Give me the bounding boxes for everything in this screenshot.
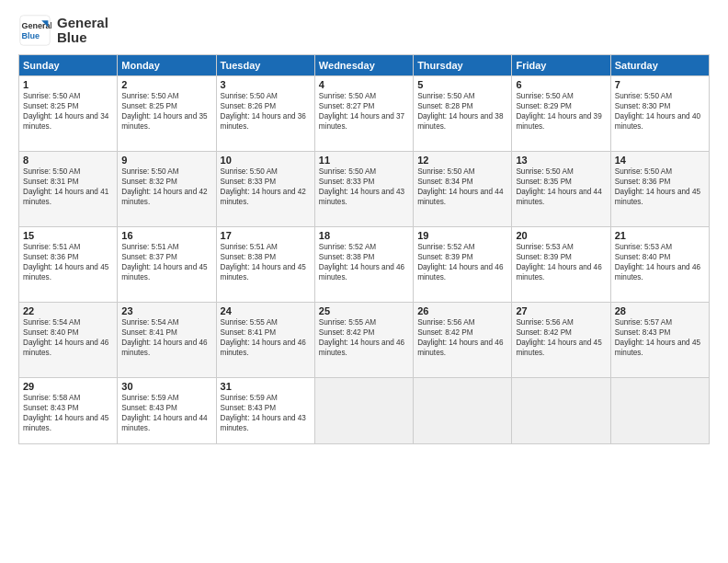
day-number: 22 (23, 305, 113, 316)
day-cell: 19Sunrise: 5:52 AMSunset: 8:39 PMDayligh… (414, 227, 512, 303)
day-number: 27 (516, 305, 606, 316)
day-cell: 25Sunrise: 5:55 AMSunset: 8:42 PMDayligh… (314, 303, 413, 378)
day-info: Sunrise: 5:59 AMSunset: 8:43 PMDaylight:… (221, 393, 311, 433)
col-header-tuesday: Tuesday (216, 55, 314, 76)
day-info: Sunrise: 5:52 AMSunset: 8:38 PMDaylight:… (319, 242, 409, 282)
day-info: Sunrise: 5:51 AMSunset: 8:36 PMDaylight:… (23, 242, 113, 282)
day-cell: 3Sunrise: 5:50 AMSunset: 8:26 PMDaylight… (216, 76, 314, 152)
day-cell: 24Sunrise: 5:55 AMSunset: 8:41 PMDayligh… (216, 303, 314, 378)
logo-name: GeneralBlue (57, 16, 108, 46)
day-info: Sunrise: 5:50 AMSunset: 8:33 PMDaylight:… (221, 167, 311, 207)
day-number: 13 (516, 155, 606, 166)
day-cell: 26Sunrise: 5:56 AMSunset: 8:42 PMDayligh… (414, 303, 512, 378)
day-number: 19 (417, 230, 507, 241)
day-number: 23 (121, 305, 211, 316)
day-cell: 17Sunrise: 5:51 AMSunset: 8:38 PMDayligh… (216, 227, 314, 303)
day-number: 6 (516, 79, 606, 90)
logo: General Blue GeneralBlue (18, 14, 108, 47)
col-header-wednesday: Wednesday (314, 55, 413, 76)
day-cell: 13Sunrise: 5:50 AMSunset: 8:35 PMDayligh… (512, 152, 610, 227)
day-number: 26 (417, 305, 507, 316)
day-cell: 7Sunrise: 5:50 AMSunset: 8:30 PMDaylight… (610, 76, 709, 152)
day-cell (512, 378, 610, 444)
day-number: 17 (221, 230, 311, 241)
header-row: SundayMondayTuesdayWednesdayThursdayFrid… (19, 55, 710, 76)
day-cell: 31Sunrise: 5:59 AMSunset: 8:43 PMDayligh… (216, 378, 314, 444)
day-info: Sunrise: 5:50 AMSunset: 8:34 PMDaylight:… (417, 167, 507, 207)
week-row-5: 29Sunrise: 5:58 AMSunset: 8:43 PMDayligh… (19, 378, 710, 444)
day-info: Sunrise: 5:50 AMSunset: 8:36 PMDaylight:… (615, 167, 705, 207)
day-number: 24 (221, 305, 311, 316)
day-info: Sunrise: 5:50 AMSunset: 8:35 PMDaylight:… (516, 167, 606, 207)
day-info: Sunrise: 5:50 AMSunset: 8:28 PMDaylight:… (417, 91, 507, 132)
col-header-monday: Monday (118, 55, 216, 76)
day-info: Sunrise: 5:50 AMSunset: 8:30 PMDaylight:… (615, 91, 705, 132)
day-info: Sunrise: 5:58 AMSunset: 8:43 PMDaylight:… (23, 393, 113, 433)
week-row-4: 22Sunrise: 5:54 AMSunset: 8:40 PMDayligh… (19, 303, 710, 378)
day-number: 21 (615, 230, 705, 241)
day-cell: 21Sunrise: 5:53 AMSunset: 8:40 PMDayligh… (610, 227, 709, 303)
day-number: 3 (221, 79, 311, 90)
day-number: 2 (121, 79, 211, 90)
day-info: Sunrise: 5:50 AMSunset: 8:27 PMDaylight:… (319, 91, 409, 132)
day-info: Sunrise: 5:54 AMSunset: 8:40 PMDaylight:… (23, 317, 113, 358)
day-info: Sunrise: 5:59 AMSunset: 8:43 PMDaylight:… (121, 393, 211, 433)
day-cell: 8Sunrise: 5:50 AMSunset: 8:31 PMDaylight… (19, 152, 118, 227)
day-cell: 2Sunrise: 5:50 AMSunset: 8:25 PMDaylight… (118, 76, 216, 152)
day-number: 8 (23, 155, 113, 166)
header: General Blue GeneralBlue (18, 14, 710, 47)
day-info: Sunrise: 5:50 AMSunset: 8:25 PMDaylight:… (23, 91, 113, 132)
day-number: 1 (23, 79, 113, 90)
day-info: Sunrise: 5:50 AMSunset: 8:29 PMDaylight:… (516, 91, 606, 132)
day-info: Sunrise: 5:50 AMSunset: 8:25 PMDaylight:… (121, 91, 211, 132)
day-number: 31 (221, 381, 311, 392)
day-cell: 16Sunrise: 5:51 AMSunset: 8:37 PMDayligh… (118, 227, 216, 303)
day-number: 9 (121, 155, 211, 166)
day-cell: 18Sunrise: 5:52 AMSunset: 8:38 PMDayligh… (314, 227, 413, 303)
day-number: 11 (319, 155, 409, 166)
day-cell (610, 378, 709, 444)
day-number: 12 (417, 155, 507, 166)
day-cell (414, 378, 512, 444)
day-cell: 27Sunrise: 5:56 AMSunset: 8:42 PMDayligh… (512, 303, 610, 378)
day-cell: 6Sunrise: 5:50 AMSunset: 8:29 PMDaylight… (512, 76, 610, 152)
day-info: Sunrise: 5:53 AMSunset: 8:39 PMDaylight:… (516, 242, 606, 282)
logo-icon: General Blue (18, 14, 51, 47)
day-cell: 28Sunrise: 5:57 AMSunset: 8:43 PMDayligh… (610, 303, 709, 378)
day-cell: 22Sunrise: 5:54 AMSunset: 8:40 PMDayligh… (19, 303, 118, 378)
day-cell: 4Sunrise: 5:50 AMSunset: 8:27 PMDaylight… (314, 76, 413, 152)
day-info: Sunrise: 5:57 AMSunset: 8:43 PMDaylight:… (615, 317, 705, 358)
calendar-table: SundayMondayTuesdayWednesdayThursdayFrid… (18, 54, 710, 444)
day-number: 7 (615, 79, 705, 90)
col-header-thursday: Thursday (414, 55, 512, 76)
day-cell: 9Sunrise: 5:50 AMSunset: 8:32 PMDaylight… (118, 152, 216, 227)
day-cell (314, 378, 413, 444)
day-number: 10 (221, 155, 311, 166)
day-cell: 20Sunrise: 5:53 AMSunset: 8:39 PMDayligh… (512, 227, 610, 303)
day-cell: 15Sunrise: 5:51 AMSunset: 8:36 PMDayligh… (19, 227, 118, 303)
day-cell: 12Sunrise: 5:50 AMSunset: 8:34 PMDayligh… (414, 152, 512, 227)
week-row-3: 15Sunrise: 5:51 AMSunset: 8:36 PMDayligh… (19, 227, 710, 303)
day-number: 15 (23, 230, 113, 241)
day-info: Sunrise: 5:52 AMSunset: 8:39 PMDaylight:… (417, 242, 507, 282)
day-number: 28 (615, 305, 705, 316)
day-info: Sunrise: 5:50 AMSunset: 8:31 PMDaylight:… (23, 167, 113, 207)
day-number: 14 (615, 155, 705, 166)
day-number: 18 (319, 230, 409, 241)
col-header-sunday: Sunday (19, 55, 118, 76)
day-info: Sunrise: 5:54 AMSunset: 8:41 PMDaylight:… (121, 317, 211, 358)
day-info: Sunrise: 5:55 AMSunset: 8:41 PMDaylight:… (221, 317, 311, 358)
day-number: 4 (319, 79, 409, 90)
day-info: Sunrise: 5:53 AMSunset: 8:40 PMDaylight:… (615, 242, 705, 282)
day-cell: 1Sunrise: 5:50 AMSunset: 8:25 PMDaylight… (19, 76, 118, 152)
day-number: 16 (121, 230, 211, 241)
day-info: Sunrise: 5:56 AMSunset: 8:42 PMDaylight:… (417, 317, 507, 358)
week-row-1: 1Sunrise: 5:50 AMSunset: 8:25 PMDaylight… (19, 76, 710, 152)
day-cell: 10Sunrise: 5:50 AMSunset: 8:33 PMDayligh… (216, 152, 314, 227)
day-info: Sunrise: 5:51 AMSunset: 8:38 PMDaylight:… (221, 242, 311, 282)
day-number: 20 (516, 230, 606, 241)
col-header-saturday: Saturday (610, 55, 709, 76)
day-info: Sunrise: 5:50 AMSunset: 8:32 PMDaylight:… (121, 167, 211, 207)
day-info: Sunrise: 5:56 AMSunset: 8:42 PMDaylight:… (516, 317, 606, 358)
day-cell: 5Sunrise: 5:50 AMSunset: 8:28 PMDaylight… (414, 76, 512, 152)
